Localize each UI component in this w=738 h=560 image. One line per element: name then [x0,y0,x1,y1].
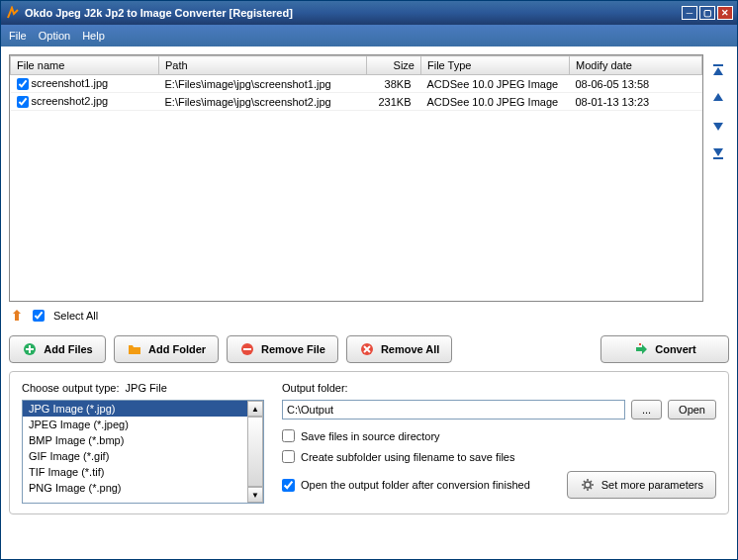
col-filename[interactable]: File name [11,56,159,75]
move-top-icon[interactable] [710,62,726,78]
output-folder-input[interactable] [282,400,625,420]
move-down-icon[interactable] [710,118,726,134]
scroll-up-icon[interactable]: ▲ [247,401,263,417]
create-subfolder-label: Create subfolder using filename to save … [301,451,514,463]
type-option[interactable]: TIF Image (*.tif) [23,464,247,480]
browse-button[interactable]: ... [631,400,662,420]
type-option[interactable]: JPEG Image (*.jpeg) [23,417,247,432]
cell-modify: 08-01-13 13:23 [570,93,702,111]
select-all-row: Select All [9,302,729,329]
gear-icon [580,477,596,493]
open-after-label: Open the output folder after conversion … [301,479,530,491]
convert-button[interactable]: Convert [600,335,729,363]
app-window: Okdo Jpeg J2k Jp2 to Image Converter [Re… [0,0,738,560]
menu-help[interactable]: Help [82,30,105,42]
col-size[interactable]: Size [367,56,421,75]
add-files-button[interactable]: Add Files [9,335,106,363]
svg-rect-1 [713,157,723,159]
minimize-button[interactable]: ─ [682,6,697,20]
col-filetype[interactable]: File Type [421,56,570,75]
file-list-panel: File name Path Size File Type Modify dat… [9,54,703,302]
convert-icon [633,341,649,357]
app-logo-icon [5,5,21,21]
file-table: File name Path Size File Type Modify dat… [10,55,702,111]
window-title: Okdo Jpeg J2k Jp2 to Image Converter [Re… [25,7,682,19]
cell-name: screenshot1.jpg [32,77,109,89]
remove-file-button[interactable]: Remove File [227,335,338,363]
add-folder-button[interactable]: Add Folder [114,335,219,363]
window-controls: ─ ▢ ✕ [682,6,733,20]
scrollbar[interactable]: ▲ ▼ [247,401,263,503]
set-more-parameters-button[interactable]: Set more parameters [567,471,716,499]
remove-all-button[interactable]: Remove All [346,335,453,363]
svg-rect-0 [713,64,723,66]
output-type-column: Choose output type: JPG File JPG Image (… [22,382,264,504]
move-bottom-icon[interactable] [710,145,726,161]
remove-icon [239,341,255,357]
content-area: File name Path Size File Type Modify dat… [1,47,737,522]
action-button-row: Add Files Add Folder Remove File Remove … [9,335,729,363]
select-all-checkbox[interactable] [33,310,45,322]
table-row[interactable]: screenshot1.jpg E:\Files\image\jpg\scree… [11,75,702,93]
up-folder-icon[interactable] [11,308,27,324]
open-after-checkbox[interactable] [282,479,295,492]
row-checkbox[interactable] [17,78,29,90]
output-folder-column: Output folder: ... Open Save files in so… [282,382,716,504]
menu-bar: File Option Help [1,25,737,47]
move-up-icon[interactable] [710,90,726,106]
svg-point-5 [585,482,591,488]
create-subfolder-checkbox[interactable] [282,450,295,463]
select-all-label: Select All [53,310,98,322]
scroll-thumb[interactable] [247,417,263,487]
folder-icon [127,341,142,357]
col-path[interactable]: Path [159,56,367,75]
output-folder-row: ... Open [282,400,716,420]
col-modify[interactable]: Modify date [570,56,702,75]
output-folder-label: Output folder: [282,382,716,394]
menu-option[interactable]: Option [39,30,70,42]
scroll-down-icon[interactable]: ▼ [247,487,263,503]
file-list[interactable]: File name Path Size File Type Modify dat… [10,55,702,301]
cell-name: screenshot2.jpg [32,95,109,107]
type-option[interactable]: JPG Image (*.jpg) [23,401,247,417]
remove-all-icon [359,341,375,357]
cell-size: 38KB [367,75,421,93]
output-type-label: Choose output type: JPG File [22,382,264,394]
cell-path: E:\Files\image\jpg\screenshot2.jpg [159,93,367,111]
save-source-label: Save files in source directory [301,430,440,442]
output-type-list[interactable]: JPG Image (*.jpg) JPEG Image (*.jpeg) BM… [22,400,264,504]
menu-file[interactable]: File [9,30,27,42]
cell-path: E:\Files\image\jpg\screenshot1.jpg [159,75,367,93]
reorder-controls [707,54,729,302]
type-option[interactable]: GIF Image (*.gif) [23,448,247,464]
title-bar: Okdo Jpeg J2k Jp2 to Image Converter [Re… [1,1,737,25]
open-folder-button[interactable]: Open [668,400,716,420]
type-option[interactable]: PNG Image (*.png) [23,480,247,496]
cell-modify: 08-06-05 13:58 [570,75,702,93]
row-checkbox[interactable] [17,96,29,108]
cell-type: ACDSee 10.0 JPEG Image [421,75,570,93]
cell-type: ACDSee 10.0 JPEG Image [421,93,570,111]
close-button[interactable]: ✕ [717,6,733,20]
settings-panel: Choose output type: JPG File JPG Image (… [9,371,729,514]
type-option[interactable]: BMP Image (*.bmp) [23,432,247,448]
cell-size: 231KB [367,93,421,111]
save-source-checkbox[interactable] [282,429,295,442]
maximize-button[interactable]: ▢ [699,6,715,20]
add-icon [22,341,38,357]
table-row[interactable]: screenshot2.jpg E:\Files\image\jpg\scree… [11,93,702,111]
